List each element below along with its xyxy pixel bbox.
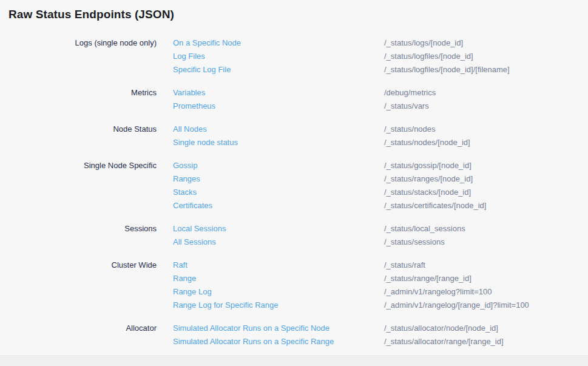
- endpoint-link[interactable]: All Sessions: [173, 236, 368, 249]
- endpoint-row: Range Log for Specific Range /_admin/v1/…: [173, 299, 529, 312]
- endpoint-link[interactable]: Simulated Allocator Runs on a Specific N…: [173, 322, 368, 335]
- section-rows: All Nodes /_status/nodes Single node sta…: [173, 123, 470, 149]
- endpoint-link[interactable]: Stacks: [173, 186, 368, 199]
- section-category-label: Node Status: [8, 123, 157, 149]
- endpoint-row: Stacks /_status/stacks/[node_id]: [173, 186, 486, 199]
- endpoint-row: Simulated Allocator Runs on a Specific R…: [173, 335, 504, 348]
- endpoint-section: Allocator Simulated Allocator Runs on a …: [8, 322, 588, 348]
- endpoint-link[interactable]: Variables: [173, 86, 368, 100]
- endpoint-path: /_status/logfiles/[node_id]/[filename]: [384, 63, 510, 76]
- endpoint-path: /_status/stacks/[node_id]: [384, 186, 471, 199]
- endpoint-section: Node Status All Nodes /_status/nodes Sin…: [8, 123, 588, 149]
- section-rows: Simulated Allocator Runs on a Specific N…: [173, 322, 504, 348]
- endpoint-link[interactable]: Gossip: [173, 159, 368, 172]
- endpoint-row: Range /_status/range/[range_id]: [173, 272, 529, 285]
- endpoint-row: Raft /_status/raft: [173, 259, 529, 272]
- debug-endpoints-page: Raw Status Endpoints (JSON) Logs (single…: [0, 0, 588, 348]
- endpoint-path: /_admin/v1/rangelog?limit=100: [384, 285, 492, 299]
- endpoint-link[interactable]: Specific Log File: [173, 63, 368, 76]
- endpoint-path: /_status/allocator/range/[range_id]: [384, 335, 504, 348]
- section-rows: Local Sessions /_status/local_sessions A…: [173, 222, 465, 249]
- endpoint-path: /_status/logfiles/[node_id]: [384, 50, 473, 63]
- endpoint-link[interactable]: Raft: [173, 259, 368, 272]
- endpoint-path: /_status/nodes/[node_id]: [384, 136, 470, 149]
- section-category-label: Logs (single node only): [8, 36, 157, 76]
- section-category-label: Metrics: [8, 86, 157, 113]
- endpoint-link[interactable]: Range: [173, 272, 368, 285]
- section-category-label: Cluster Wide: [8, 259, 157, 312]
- endpoint-section: Sessions Local Sessions /_status/local_s…: [8, 222, 588, 249]
- endpoint-section: Cluster Wide Raft /_status/raft Range /_…: [8, 259, 588, 312]
- endpoint-row: Single node status /_status/nodes/[node_…: [173, 136, 470, 149]
- endpoint-path: /_status/certificates/[node_id]: [384, 199, 486, 212]
- endpoint-row: Log Files /_status/logfiles/[node_id]: [173, 50, 510, 63]
- endpoint-link[interactable]: Log Files: [173, 50, 368, 63]
- endpoint-path: /_status/allocator/node/[node_id]: [384, 322, 498, 335]
- endpoint-section: Logs (single node only) On a Specific No…: [8, 36, 588, 76]
- section-category-label: Allocator: [8, 322, 157, 348]
- endpoint-section: Metrics Variables /debug/metrics Prometh…: [8, 86, 588, 113]
- section-category-label: Sessions: [8, 222, 157, 249]
- footer-strip: [0, 355, 588, 366]
- endpoint-link[interactable]: Simulated Allocator Runs on a Specific R…: [173, 335, 368, 348]
- endpoint-link[interactable]: Ranges: [173, 172, 368, 186]
- endpoint-row: Gossip /_status/gossip/[node_id]: [173, 159, 486, 172]
- endpoint-row: Range Log /_admin/v1/rangelog?limit=100: [173, 285, 529, 299]
- section-category-label: Single Node Specific: [8, 159, 157, 212]
- endpoint-path: /_status/sessions: [384, 236, 445, 249]
- endpoint-link[interactable]: Local Sessions: [173, 222, 368, 236]
- endpoint-row: Prometheus /_status/vars: [173, 100, 436, 113]
- endpoint-row: Certificates /_status/certificates/[node…: [173, 199, 486, 212]
- endpoint-link[interactable]: Range Log for Specific Range: [173, 299, 368, 312]
- endpoint-path: /_status/raft: [384, 259, 425, 272]
- endpoint-row: Specific Log File /_status/logfiles/[nod…: [173, 63, 510, 76]
- endpoint-row: All Sessions /_status/sessions: [173, 236, 465, 249]
- endpoint-row: Variables /debug/metrics: [173, 86, 436, 100]
- endpoint-path: /_status/nodes: [384, 123, 436, 136]
- endpoint-link[interactable]: Single node status: [173, 136, 368, 149]
- endpoint-row: Local Sessions /_status/local_sessions: [173, 222, 465, 236]
- page-title: Raw Status Endpoints (JSON): [8, 8, 588, 21]
- endpoint-path: /_status/vars: [384, 100, 429, 113]
- endpoint-path: /_status/gossip/[node_id]: [384, 159, 471, 172]
- endpoint-path: /_status/local_sessions: [384, 222, 465, 236]
- endpoint-path: /_status/ranges/[node_id]: [384, 172, 473, 186]
- endpoint-link[interactable]: All Nodes: [173, 123, 368, 136]
- endpoint-path: /_status/range/[range_id]: [384, 272, 471, 285]
- endpoint-link[interactable]: On a Specific Node: [173, 36, 368, 50]
- endpoint-row: Simulated Allocator Runs on a Specific N…: [173, 322, 504, 335]
- endpoint-row: On a Specific Node /_status/logs/[node_i…: [173, 36, 510, 50]
- endpoint-path: /_status/logs/[node_id]: [384, 36, 463, 50]
- section-rows: Variables /debug/metrics Prometheus /_st…: [173, 86, 436, 113]
- endpoint-link[interactable]: Prometheus: [173, 100, 368, 113]
- endpoints-table: Logs (single node only) On a Specific No…: [8, 36, 588, 348]
- endpoint-row: Ranges /_status/ranges/[node_id]: [173, 172, 486, 186]
- endpoint-path: /_admin/v1/rangelog/[range_id]?limit=100: [384, 299, 529, 312]
- endpoint-row: All Nodes /_status/nodes: [173, 123, 470, 136]
- section-rows: Raft /_status/raft Range /_status/range/…: [173, 259, 529, 312]
- endpoint-link[interactable]: Certificates: [173, 199, 368, 212]
- endpoint-link[interactable]: Range Log: [173, 285, 368, 299]
- endpoint-section: Single Node Specific Gossip /_status/gos…: [8, 159, 588, 212]
- endpoint-path: /debug/metrics: [384, 86, 436, 100]
- section-rows: On a Specific Node /_status/logs/[node_i…: [173, 36, 510, 76]
- section-rows: Gossip /_status/gossip/[node_id] Ranges …: [173, 159, 486, 212]
